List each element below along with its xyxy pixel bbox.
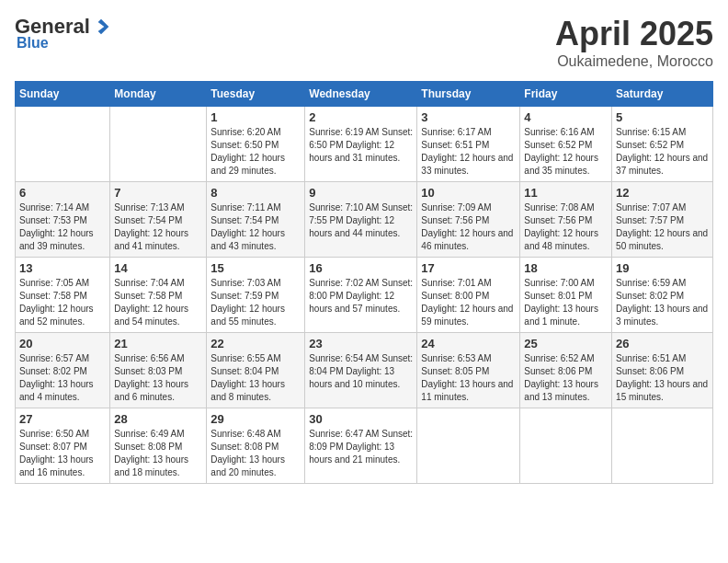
calendar-cell <box>16 107 110 182</box>
calendar-cell: 6Sunrise: 7:14 AM Sunset: 7:53 PM Daylig… <box>16 182 110 258</box>
day-number: 18 <box>524 261 608 275</box>
day-number: 20 <box>19 337 106 350</box>
calendar-cell: 8Sunrise: 7:11 AM Sunset: 7:54 PM Daylig… <box>207 182 305 258</box>
title-block: April 2025 Oukaimedene, Morocco <box>555 15 713 70</box>
day-number: 17 <box>421 261 516 275</box>
day-info: Sunrise: 7:05 AM Sunset: 7:58 PM Dayligh… <box>19 277 106 328</box>
day-info: Sunrise: 6:49 AM Sunset: 8:08 PM Dayligh… <box>114 428 202 479</box>
day-number: 15 <box>210 261 301 275</box>
calendar-cell: 14Sunrise: 7:04 AM Sunset: 7:58 PM Dayli… <box>110 258 207 333</box>
day-number: 7 <box>114 186 202 200</box>
location-title: Oukaimedene, Morocco <box>555 53 713 70</box>
day-number: 6 <box>19 186 106 200</box>
calendar-cell: 5Sunrise: 6:15 AM Sunset: 6:52 PM Daylig… <box>612 107 713 182</box>
calendar-week-1: 1Sunrise: 6:20 AM Sunset: 6:50 PM Daylig… <box>16 107 713 182</box>
calendar-cell: 4Sunrise: 6:16 AM Sunset: 6:52 PM Daylig… <box>520 107 612 182</box>
header-saturday: Saturday <box>612 82 713 107</box>
calendar-cell: 9Sunrise: 7:10 AM Sunset: 7:55 PM Daylig… <box>305 182 417 258</box>
calendar-header-row: SundayMondayTuesdayWednesdayThursdayFrid… <box>16 82 713 107</box>
day-info: Sunrise: 6:15 AM Sunset: 6:52 PM Dayligh… <box>616 126 709 178</box>
day-info: Sunrise: 7:01 AM Sunset: 8:00 PM Dayligh… <box>421 277 516 328</box>
calendar-cell: 17Sunrise: 7:01 AM Sunset: 8:00 PM Dayli… <box>417 258 520 333</box>
day-info: Sunrise: 7:09 AM Sunset: 7:56 PM Dayligh… <box>421 201 516 253</box>
day-number: 5 <box>616 110 709 124</box>
calendar-cell: 7Sunrise: 7:13 AM Sunset: 7:54 PM Daylig… <box>110 182 207 258</box>
day-info: Sunrise: 6:52 AM Sunset: 8:06 PM Dayligh… <box>524 352 608 404</box>
day-info: Sunrise: 7:13 AM Sunset: 7:54 PM Dayligh… <box>114 201 202 253</box>
calendar-table: SundayMondayTuesdayWednesdayThursdayFrid… <box>15 81 713 484</box>
day-number: 28 <box>114 412 202 426</box>
calendar-cell: 21Sunrise: 6:56 AM Sunset: 8:03 PM Dayli… <box>110 333 207 408</box>
day-info: Sunrise: 6:17 AM Sunset: 6:51 PM Dayligh… <box>421 126 516 178</box>
calendar-cell: 22Sunrise: 6:55 AM Sunset: 8:04 PM Dayli… <box>207 333 305 408</box>
day-info: Sunrise: 6:51 AM Sunset: 8:06 PM Dayligh… <box>616 352 709 404</box>
day-info: Sunrise: 6:47 AM Sunset: 8:09 PM Dayligh… <box>309 428 413 466</box>
header-sunday: Sunday <box>16 82 110 107</box>
day-number: 26 <box>616 337 709 350</box>
calendar-cell: 16Sunrise: 7:02 AM Sunset: 8:00 PM Dayli… <box>305 258 417 333</box>
header-thursday: Thursday <box>417 82 520 107</box>
day-info: Sunrise: 6:57 AM Sunset: 8:02 PM Dayligh… <box>19 352 106 404</box>
day-number: 13 <box>19 261 106 275</box>
day-number: 12 <box>616 186 709 200</box>
calendar-cell: 13Sunrise: 7:05 AM Sunset: 7:58 PM Dayli… <box>16 258 110 333</box>
calendar-cell: 30Sunrise: 6:47 AM Sunset: 8:09 PM Dayli… <box>305 408 417 484</box>
day-number: 19 <box>616 261 709 275</box>
calendar-cell: 27Sunrise: 6:50 AM Sunset: 8:07 PM Dayli… <box>16 408 110 484</box>
day-number: 27 <box>19 412 106 426</box>
day-number: 14 <box>114 261 202 275</box>
day-number: 3 <box>421 110 516 124</box>
logo-blue-text: Blue <box>17 35 49 52</box>
logo: General Blue <box>15 15 110 52</box>
day-number: 22 <box>210 337 301 350</box>
day-info: Sunrise: 6:19 AM Sunset: 6:50 PM Dayligh… <box>309 126 413 165</box>
calendar-cell: 12Sunrise: 7:07 AM Sunset: 7:57 PM Dayli… <box>612 182 713 258</box>
calendar-week-2: 6Sunrise: 7:14 AM Sunset: 7:53 PM Daylig… <box>16 182 713 258</box>
calendar-cell: 24Sunrise: 6:53 AM Sunset: 8:05 PM Dayli… <box>417 333 520 408</box>
day-info: Sunrise: 7:04 AM Sunset: 7:58 PM Dayligh… <box>114 277 202 328</box>
calendar-cell: 2Sunrise: 6:19 AM Sunset: 6:50 PM Daylig… <box>305 107 417 182</box>
calendar-cell: 18Sunrise: 7:00 AM Sunset: 8:01 PM Dayli… <box>520 258 612 333</box>
day-number: 2 <box>309 110 413 124</box>
day-info: Sunrise: 7:11 AM Sunset: 7:54 PM Dayligh… <box>210 201 301 253</box>
day-info: Sunrise: 6:48 AM Sunset: 8:08 PM Dayligh… <box>210 428 301 479</box>
day-number: 11 <box>524 186 608 200</box>
calendar-cell: 1Sunrise: 6:20 AM Sunset: 6:50 PM Daylig… <box>207 107 305 182</box>
day-info: Sunrise: 7:07 AM Sunset: 7:57 PM Dayligh… <box>616 201 709 253</box>
calendar-cell: 26Sunrise: 6:51 AM Sunset: 8:06 PM Dayli… <box>612 333 713 408</box>
calendar-week-5: 27Sunrise: 6:50 AM Sunset: 8:07 PM Dayli… <box>16 408 713 484</box>
header-monday: Monday <box>110 82 207 107</box>
day-info: Sunrise: 6:16 AM Sunset: 6:52 PM Dayligh… <box>524 126 608 178</box>
day-info: Sunrise: 7:08 AM Sunset: 7:56 PM Dayligh… <box>524 201 608 253</box>
day-number: 9 <box>309 186 413 200</box>
day-number: 1 <box>210 110 301 124</box>
day-number: 16 <box>309 261 413 275</box>
day-info: Sunrise: 7:10 AM Sunset: 7:55 PM Dayligh… <box>309 201 413 240</box>
day-number: 21 <box>114 337 202 350</box>
day-number: 30 <box>309 412 413 426</box>
day-info: Sunrise: 6:59 AM Sunset: 8:02 PM Dayligh… <box>616 277 709 328</box>
day-info: Sunrise: 7:14 AM Sunset: 7:53 PM Dayligh… <box>19 201 106 253</box>
day-info: Sunrise: 7:02 AM Sunset: 8:00 PM Dayligh… <box>309 277 413 316</box>
calendar-cell: 15Sunrise: 7:03 AM Sunset: 7:59 PM Dayli… <box>207 258 305 333</box>
day-info: Sunrise: 7:03 AM Sunset: 7:59 PM Dayligh… <box>210 277 301 328</box>
day-number: 8 <box>210 186 301 200</box>
calendar-cell: 25Sunrise: 6:52 AM Sunset: 8:06 PM Dayli… <box>520 333 612 408</box>
calendar-cell: 11Sunrise: 7:08 AM Sunset: 7:56 PM Dayli… <box>520 182 612 258</box>
day-number: 4 <box>524 110 608 124</box>
calendar-cell <box>110 107 207 182</box>
month-title: April 2025 <box>555 15 713 53</box>
calendar-cell: 10Sunrise: 7:09 AM Sunset: 7:56 PM Dayli… <box>417 182 520 258</box>
day-number: 25 <box>524 337 608 350</box>
day-number: 24 <box>421 337 516 350</box>
day-info: Sunrise: 6:53 AM Sunset: 8:05 PM Dayligh… <box>421 352 516 404</box>
calendar-cell: 20Sunrise: 6:57 AM Sunset: 8:02 PM Dayli… <box>16 333 110 408</box>
calendar-cell: 3Sunrise: 6:17 AM Sunset: 6:51 PM Daylig… <box>417 107 520 182</box>
day-info: Sunrise: 6:50 AM Sunset: 8:07 PM Dayligh… <box>19 428 106 479</box>
calendar-cell: 28Sunrise: 6:49 AM Sunset: 8:08 PM Dayli… <box>110 408 207 484</box>
calendar-week-3: 13Sunrise: 7:05 AM Sunset: 7:58 PM Dayli… <box>16 258 713 333</box>
day-info: Sunrise: 6:20 AM Sunset: 6:50 PM Dayligh… <box>210 126 301 178</box>
calendar-cell <box>520 408 612 484</box>
logo-icon <box>92 17 110 36</box>
calendar-week-4: 20Sunrise: 6:57 AM Sunset: 8:02 PM Dayli… <box>16 333 713 408</box>
